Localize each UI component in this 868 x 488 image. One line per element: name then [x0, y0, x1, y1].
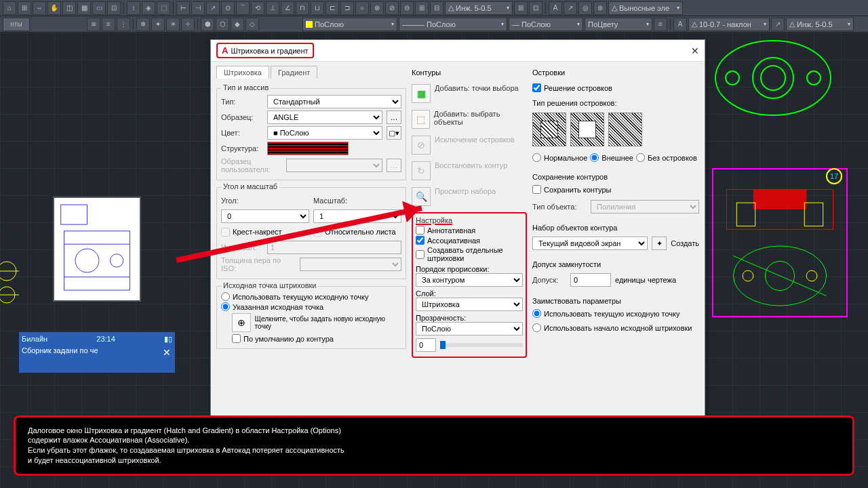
tool-icon[interactable]: A	[549, 1, 562, 15]
tool-icon[interactable]: ◈	[142, 1, 155, 15]
color-dropdown[interactable]: ПоСлою▾	[302, 18, 397, 31]
tool-icon[interactable]: ⊡	[529, 1, 542, 15]
color-swatch-button[interactable]: ▢▾	[387, 126, 401, 140]
layer-icon[interactable]: ≋	[87, 18, 100, 31]
tab-left[interactable]: нты	[3, 18, 30, 31]
associative-checkbox[interactable]	[416, 236, 425, 245]
linetype-dropdown[interactable]: ———ПоСлою▾	[399, 18, 507, 31]
boundset-new-button[interactable]: ✦	[652, 237, 667, 250]
add-select-button[interactable]: ⬚	[412, 110, 430, 129]
dim-icon[interactable]: ⟐	[355, 1, 369, 15]
tool-icon[interactable]: ⌂	[3, 1, 16, 15]
dim-icon[interactable]: ⊓	[296, 1, 309, 15]
island-outer-radio[interactable]	[590, 153, 599, 162]
tool-icon[interactable]: ↕	[127, 1, 140, 15]
island-outer-preview[interactable]	[570, 113, 604, 146]
pattern-select[interactable]: ANGLE	[267, 110, 382, 124]
inherit-current-radio[interactable]	[532, 309, 541, 318]
dim-icon[interactable]: ⊥	[266, 1, 279, 15]
dim-icon[interactable]: ⊗	[370, 1, 384, 15]
tool-icon[interactable]: ⊡	[107, 1, 121, 15]
island-detect-checkbox[interactable]	[532, 83, 541, 92]
dim-icon[interactable]: ⊙	[221, 1, 235, 15]
tab-gradient[interactable]: Градиент	[271, 66, 317, 79]
tool-icon[interactable]: ⊞	[18, 1, 31, 15]
dim-icon[interactable]: ⊟	[430, 1, 443, 15]
tool-icon[interactable]: ▭	[92, 1, 106, 15]
layer-icon[interactable]: ⬢	[201, 18, 214, 31]
layer-icon[interactable]: ≡	[102, 18, 115, 31]
tab-hatch[interactable]: Штриховка	[216, 66, 269, 79]
dim-icon[interactable]: ↗	[206, 1, 220, 15]
retain-checkbox[interactable]	[532, 185, 541, 194]
color-select[interactable]: ■ ПоСлою	[267, 126, 382, 140]
pattern-preview[interactable]	[267, 142, 349, 155]
gap-input[interactable]	[570, 273, 611, 287]
origin-set-radio[interactable]	[221, 302, 230, 311]
tool-icon[interactable]: ↗	[564, 1, 577, 15]
island-normal-preview[interactable]	[532, 113, 566, 146]
tool-icon[interactable]: ▦	[77, 1, 91, 15]
dim-icon[interactable]: ⊔	[311, 1, 324, 15]
dim-icon[interactable]: ⊞	[415, 1, 429, 15]
tool-icon[interactable]: ≡	[654, 18, 667, 31]
tool-icon[interactable]: ⊕	[593, 1, 607, 15]
island-none-preview[interactable]	[608, 113, 642, 146]
toolbar-top: ⌂ ⊞ ↔ ✋ ◫ ▦ ▭ ⊡ ↕ ◈ ⬚ ⊢ ⊣ ↗ ⊙ ⌒ ⟲ ⊥ ∠ ⊓ …	[0, 0, 868, 16]
origin-current-radio[interactable]	[221, 292, 230, 301]
tool-icon[interactable]: ⊞	[514, 1, 528, 15]
close-button[interactable]: ✕	[691, 45, 699, 56]
dim-icon[interactable]: ⊘	[385, 1, 399, 15]
layer-icon[interactable]: ◆	[231, 18, 244, 31]
add-points-button[interactable]: ▦	[412, 84, 431, 103]
tool-icon[interactable]: ↔	[33, 1, 46, 15]
inherit-source-radio[interactable]	[532, 323, 541, 332]
dim-icon[interactable]: ⊖	[400, 1, 414, 15]
tool-icon[interactable]: ◫	[62, 1, 76, 15]
layer-select[interactable]: Штриховка	[416, 298, 523, 311]
transparency-input[interactable]	[416, 338, 436, 352]
tool-icon[interactable]: ⬚	[157, 1, 170, 15]
arrowstyle-dropdown[interactable]: △Инж. 5-0.5▾	[786, 18, 854, 31]
layer-icon[interactable]: ☀	[166, 18, 180, 31]
group-origin: Исходная точка штриховки Использовать те…	[216, 286, 406, 349]
separate-checkbox[interactable]	[416, 250, 425, 259]
toolbar-second: нты ≋ ≡ ⋮ ❄ ✦ ☀ ✧ ⬢ ⬡ ◆ ◇ ПоСлою▾ ———ПоС…	[0, 16, 868, 33]
close-icon[interactable]: ✕	[163, 347, 171, 358]
dim-icon[interactable]: ⊣	[191, 1, 205, 15]
pan-icon[interactable]: ✋	[47, 1, 61, 15]
lineweight-dropdown[interactable]: —ПоСлою▾	[509, 18, 583, 31]
type-select[interactable]: Стандартный	[267, 95, 401, 108]
layer-icon[interactable]: ⋮	[117, 18, 130, 31]
pattern-browse-button[interactable]: …	[387, 110, 401, 124]
island-normal-radio[interactable]	[532, 153, 541, 162]
plotstyle-dropdown[interactable]: ПоЦвету▾	[585, 18, 652, 31]
textstyle-dropdown[interactable]: △10-0.7 - наклон▾	[688, 18, 770, 31]
exclude-button: ⊘	[412, 136, 431, 155]
tool-icon[interactable]: ◎	[578, 1, 592, 15]
dim-icon[interactable]: ⊏	[326, 1, 339, 15]
svg-rect-6	[753, 190, 806, 209]
layer-icon[interactable]: ❄	[136, 18, 150, 31]
leader-dropdown[interactable]: △Выносные эле▾	[608, 1, 683, 15]
layer-icon[interactable]: ✧	[181, 18, 195, 31]
dim-icon[interactable]: ⊢	[176, 1, 190, 15]
dim-icon[interactable]: ⟲	[251, 1, 264, 15]
draworder-select[interactable]: За контуром	[416, 273, 523, 287]
layer-icon[interactable]: ⬡	[216, 18, 229, 31]
layer-icon[interactable]: ✦	[151, 18, 165, 31]
text-icon[interactable]: A	[673, 18, 687, 31]
dim-icon[interactable]: ∠	[281, 1, 294, 15]
layer-icon[interactable]: ◇	[245, 18, 259, 31]
dim-icon[interactable]: ⌒	[236, 1, 250, 15]
dim-icon[interactable]: ⊐	[340, 1, 354, 15]
island-none-radio[interactable]	[636, 153, 645, 162]
annotative-checkbox[interactable]	[416, 226, 425, 235]
dimstyle-dropdown[interactable]: △Инж. 5-0.5▾	[445, 1, 513, 15]
pick-origin-button[interactable]: ⊕	[232, 313, 251, 332]
tool-icon[interactable]: ↗	[771, 18, 785, 31]
boundset-select[interactable]: Текущий видовой экран	[532, 237, 648, 250]
origin-default-checkbox[interactable]	[232, 334, 241, 343]
angle-select[interactable]: 0	[221, 209, 309, 223]
transparency-select[interactable]: ПоСлою	[416, 322, 523, 336]
